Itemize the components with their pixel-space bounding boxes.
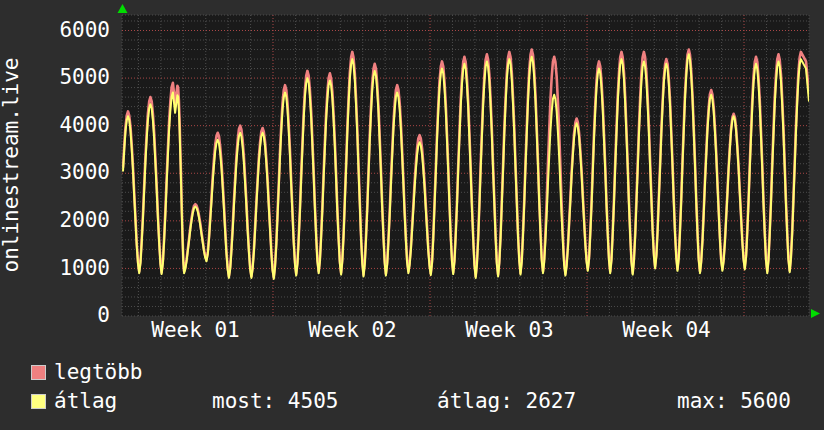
- x-tick-label-week-02: Week 02: [298, 320, 408, 341]
- x-tick-label-week-01: Week 01: [141, 320, 251, 341]
- y-tick-label: 4000: [14, 115, 110, 136]
- y-tick-label: 2000: [14, 210, 110, 231]
- y-tick-label: 0: [14, 305, 110, 326]
- x-tick-label-week-04: Week 04: [612, 320, 722, 341]
- rrd-graph-window: onlinestream.live 6000 5000 4000 3000 20…: [0, 0, 824, 430]
- y-tick-label: 3000: [14, 162, 110, 183]
- stat-max: max: 5600: [677, 391, 791, 412]
- y-axis-arrow-icon: [118, 4, 128, 13]
- y-tick-label: 6000: [14, 20, 110, 41]
- y-tick-label: 5000: [14, 67, 110, 88]
- legend-label-avg: átlag: [54, 391, 117, 412]
- legend-swatch-avg: [31, 394, 46, 409]
- stat-current: most: 4505: [212, 391, 338, 412]
- stat-average: átlag: 2627: [437, 391, 576, 412]
- legend-swatch-max: [31, 365, 46, 380]
- legend-label-max: legtöbb: [54, 362, 143, 383]
- x-tick-label-week-03: Week 03: [455, 320, 565, 341]
- y-tick-label: 1000: [14, 258, 110, 279]
- x-axis-arrow-icon: [811, 309, 820, 318]
